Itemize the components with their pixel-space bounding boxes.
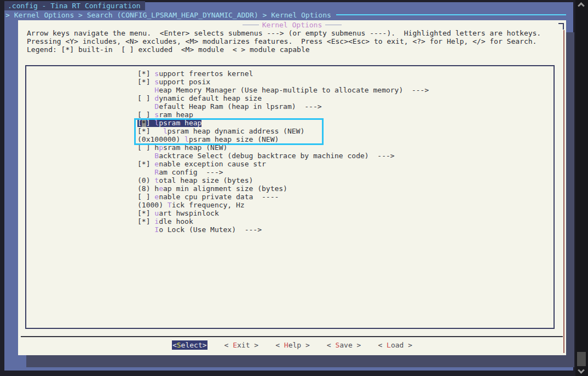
- menu-items: [*] support freertos kernel[*] support p…: [137, 70, 429, 234]
- save-button[interactable]: < Save >: [327, 340, 361, 350]
- button-separator-line: [21, 336, 563, 337]
- menu-item[interactable]: [ ] enable cpu private data ----: [137, 193, 429, 201]
- terminal-window: .config - Tina RT Configuration > Kernel…: [0, 0, 588, 376]
- help-instructions: Arrow keys navigate the menu. <Enter> se…: [27, 29, 541, 54]
- breadcrumb-text: > Kernel Options > Search (CONFIG_LPSRAM…: [4, 11, 331, 19]
- config-title: .config - Tina RT Configuration: [4, 1, 145, 10]
- menu-item[interactable]: [*] lpsram heap: [137, 119, 429, 127]
- menu-item[interactable]: (0x100000) lpsram heap size (NEW): [137, 135, 429, 143]
- menu-item[interactable]: (8) heap min alignment size (bytes): [137, 184, 429, 193]
- menu-item[interactable]: [*] idle hook: [137, 217, 429, 225]
- menu-item[interactable]: [*] support freertos kernel: [137, 70, 429, 78]
- instruction-line-3: Legend: [*] built-in [ ] excluded <M> mo…: [27, 45, 541, 54]
- scroll-up-icon[interactable]: [578, 2, 585, 9]
- menu-item[interactable]: Default Heap Ram (heap in lpsram) --->: [137, 102, 429, 111]
- menu-item[interactable]: [ ] sram heap: [137, 111, 429, 119]
- scroll-down-icon[interactable]: [578, 367, 585, 374]
- title-line-left: [243, 25, 259, 25]
- breadcrumb: > Kernel Options > Search (CONFIG_LPSRAM…: [4, 10, 573, 19]
- load-button[interactable]: < Load >: [378, 340, 412, 350]
- menu-item[interactable]: [*] support posix: [137, 78, 429, 86]
- menu-item[interactable]: [*] enable exception cause str: [137, 160, 429, 168]
- menu-item[interactable]: [ ] hpsram heap (NEW): [137, 143, 429, 152]
- menu-item[interactable]: (1000) Tick frequency, Hz: [137, 201, 429, 209]
- menu-item[interactable]: Heap Memory Manager (Use heap-multiple t…: [137, 86, 429, 94]
- scrollbar-thumb[interactable]: [577, 352, 586, 366]
- terminal-scrollbar[interactable]: [575, 0, 588, 376]
- dialog-right-border: [563, 30, 564, 353]
- menu-item[interactable]: Ram config --->: [137, 168, 429, 176]
- menu-item[interactable]: [ ] dynamic default heap size: [137, 94, 429, 102]
- exit-button[interactable]: < Exit >: [224, 340, 259, 350]
- menu-item[interactable]: Io Lock (Use Mutex) --->: [137, 225, 429, 234]
- kernel-options-dialog: Kernel Options Arrow keys navigate the m…: [18, 20, 566, 355]
- dialog-title-row: Kernel Options: [18, 21, 566, 29]
- dialog-title: Kernel Options: [259, 21, 326, 29]
- help-button[interactable]: < Help >: [275, 340, 310, 350]
- instruction-line-2: Pressing <Y> includes, <N> excludes, <M>…: [27, 37, 541, 45]
- ncurses-screen: .config - Tina RT Configuration > Kernel…: [4, 2, 573, 371]
- breadcrumb-rule: [336, 14, 566, 15]
- dialog-corner-mark: [558, 23, 564, 30]
- menu-item[interactable]: [*] lpsram heap dynamic address (NEW): [137, 127, 429, 135]
- select-button[interactable]: <Select>: [172, 340, 207, 350]
- cursor-block: *: [142, 119, 146, 127]
- menu-item[interactable]: Backtrace Select (debug backtrace by mac…: [137, 152, 429, 160]
- dialog-buttons: <Select>< Exit >< Help >< Save >< Load >: [18, 340, 566, 350]
- menu-item[interactable]: [*] uart hwspinlock: [137, 209, 429, 217]
- menu-item[interactable]: (0) total heap size (bytes): [137, 176, 429, 184]
- instruction-line-1: Arrow keys navigate the menu. <Enter> se…: [27, 29, 541, 37]
- title-line-right: [325, 25, 342, 25]
